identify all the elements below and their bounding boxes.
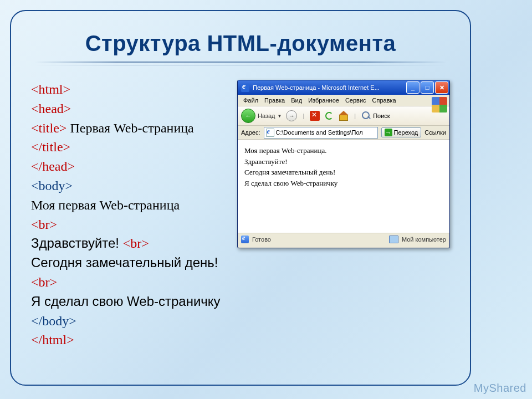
code-line: </head> xyxy=(31,157,227,176)
page-line: Здравствуйте! xyxy=(244,156,443,167)
menu-edit[interactable]: Правка xyxy=(262,96,287,104)
page-line: Сегодня замечательный день! xyxy=(244,167,443,178)
windows-flag-icon xyxy=(432,97,447,112)
refresh-icon[interactable] xyxy=(324,111,334,121)
code-line: </html> xyxy=(31,330,227,350)
ie-icon xyxy=(241,236,249,243)
code-line: <html> xyxy=(31,80,227,99)
slide-frame: Структура HTML-документа <html> <head> <… xyxy=(10,10,471,386)
menu-tools[interactable]: Сервис xyxy=(343,96,369,104)
window-title: Первая Web-страница - Microsoft Internet… xyxy=(253,84,403,91)
titlebar: Первая Web-страница - Microsoft Internet… xyxy=(238,80,449,95)
go-arrow-icon: → xyxy=(385,129,392,136)
status-text: Готово xyxy=(252,236,271,243)
search-icon xyxy=(361,111,371,121)
watermark: MyShared xyxy=(474,382,526,395)
menu-favorites[interactable]: Избранное xyxy=(306,96,341,104)
code-line: Я сделал свою Web-страничку xyxy=(31,292,227,311)
menu-view[interactable]: Вид xyxy=(289,96,304,104)
code-line: <body> xyxy=(31,176,227,196)
address-field[interactable]: C:\Documents and Settings\Пол xyxy=(264,127,378,139)
close-button[interactable]: ✕ xyxy=(435,81,448,94)
back-arrow-icon: ← xyxy=(241,109,255,123)
maximize-button[interactable]: □ xyxy=(421,81,434,94)
stop-icon[interactable] xyxy=(310,111,320,121)
ie-icon xyxy=(241,84,249,92)
divider xyxy=(34,65,447,65)
code-line: Моя первая Web-страница xyxy=(31,196,227,215)
menu-help[interactable]: Справка xyxy=(370,96,398,104)
menubar: Файл Правка Вид Избранное Сервис Справка xyxy=(238,95,449,106)
content-row: <html> <head> <title> Первая Web-страниц… xyxy=(31,80,450,350)
code-line: </title> xyxy=(31,137,227,157)
divider xyxy=(34,62,447,63)
home-icon[interactable] xyxy=(339,111,349,121)
zone-text: Мой компьютер xyxy=(402,236,446,243)
addressbar: Адрес: C:\Documents and Settings\Пол → П… xyxy=(238,126,449,140)
page-icon xyxy=(266,129,274,137)
code-listing: <html> <head> <title> Первая Web-страниц… xyxy=(31,80,227,350)
search-button[interactable]: Поиск xyxy=(361,111,390,121)
computer-icon xyxy=(389,236,398,243)
code-line: Здравствуйте! <br> xyxy=(31,234,227,253)
statusbar: Готово Мой компьютер xyxy=(238,233,449,245)
address-label: Адрес: xyxy=(241,129,260,136)
ie-browser-window: Первая Web-страница - Microsoft Internet… xyxy=(237,80,450,248)
forward-button[interactable]: → xyxy=(286,110,297,121)
menu-file[interactable]: Файл xyxy=(241,96,260,104)
code-line: <br> xyxy=(31,215,227,234)
toolbar: ← Назад ▼ → | | Поиск xyxy=(238,106,449,126)
page-line: Моя первая Web-страница. xyxy=(244,145,443,156)
go-button[interactable]: → Переход xyxy=(381,127,422,137)
code-line: <head> xyxy=(31,99,227,119)
page-line: Я сделал свою Web-страничку xyxy=(244,178,443,189)
slide-title: Структура HTML-документа xyxy=(31,31,450,56)
minimize-button[interactable]: _ xyxy=(406,81,420,94)
links-button[interactable]: Ссылки xyxy=(424,129,446,136)
page-content: Моя первая Web-страница. Здравствуйте! С… xyxy=(238,140,449,233)
code-line: <title> Первая Web-страница xyxy=(31,119,227,138)
code-line: </body> xyxy=(31,311,227,331)
back-button[interactable]: ← Назад ▼ xyxy=(241,109,282,123)
code-line: Сегодня замечательный день! <br> xyxy=(31,253,227,292)
